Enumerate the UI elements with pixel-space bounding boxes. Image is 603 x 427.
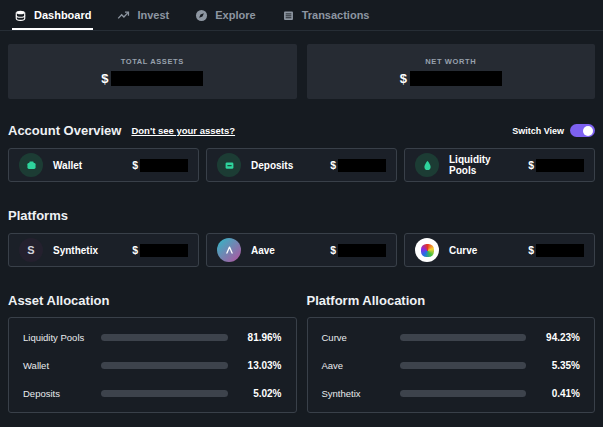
compass-icon xyxy=(195,9,208,22)
tab-label: Transactions xyxy=(302,9,370,21)
trending-up-icon xyxy=(117,9,130,22)
allocation-bar-track xyxy=(400,390,527,397)
curve-card[interactable]: Curve $ xyxy=(404,233,595,267)
allocation-percent: 13.03% xyxy=(240,360,282,371)
allocations-section: Asset Allocation Liquidity Pools 81.96% … xyxy=(8,293,595,413)
platform-allocation-card: Curve 94.23% Aave 5.35% Synthetix 0.41% xyxy=(307,317,596,413)
account-name: Deposits xyxy=(251,160,293,171)
dont-see-assets-link[interactable]: Don't see your assets? xyxy=(131,125,235,136)
curve-blob xyxy=(421,244,434,257)
tab-explore[interactable]: Explore xyxy=(195,0,255,30)
curve-logo xyxy=(415,238,439,262)
allocation-percent: 0.41% xyxy=(538,388,580,399)
main-content: TOTAL ASSETS $ NET WORTH $ Account Overv… xyxy=(0,31,603,413)
total-assets-label: TOTAL ASSETS xyxy=(121,57,184,66)
tab-label: Invest xyxy=(137,9,169,21)
tab-invest[interactable]: Invest xyxy=(117,0,169,30)
total-assets-card: TOTAL ASSETS $ xyxy=(8,44,297,99)
account-name: Liquidity Pools xyxy=(449,154,518,176)
platform-name: Synthetix xyxy=(53,245,98,256)
aave-logo xyxy=(217,238,241,262)
tab-dashboard[interactable]: Dashboard xyxy=(14,0,91,30)
allocation-row: Deposits 5.02% xyxy=(23,388,282,399)
droplet-icon xyxy=(415,153,439,177)
allocation-bar-track xyxy=(101,362,228,369)
summary-row: TOTAL ASSETS $ NET WORTH $ xyxy=(8,44,595,99)
asset-allocation-column: Asset Allocation Liquidity Pools 81.96% … xyxy=(8,293,297,413)
deposit-box-icon xyxy=(217,153,241,177)
allocation-percent: 94.23% xyxy=(538,332,580,343)
redacted-value xyxy=(140,244,188,257)
account-overview-header: Account Overview Don't see your assets? … xyxy=(8,123,595,138)
platform-name: Curve xyxy=(449,245,477,256)
switch-view-label: Switch View xyxy=(512,126,564,136)
switch-view-control: Switch View xyxy=(512,124,595,137)
deposits-card[interactable]: Deposits $ xyxy=(206,148,397,182)
total-assets-value: $ xyxy=(101,71,203,86)
platform-value: $ xyxy=(528,244,584,257)
currency-symbol: $ xyxy=(330,159,336,171)
redacted-value xyxy=(536,244,584,257)
synthetix-logo: S xyxy=(19,238,43,262)
allocation-bar-track xyxy=(400,362,527,369)
allocation-percent: 5.02% xyxy=(240,388,282,399)
currency-symbol: $ xyxy=(330,244,336,256)
platforms-title: Platforms xyxy=(8,208,595,223)
redacted-value xyxy=(338,159,386,172)
currency-symbol: $ xyxy=(132,159,138,171)
allocation-bar-track xyxy=(400,334,527,341)
redacted-value xyxy=(410,71,502,86)
allocation-label: Wallet xyxy=(23,360,89,371)
allocation-label: Synthetix xyxy=(322,388,388,399)
allocation-percent: 81.96% xyxy=(240,332,282,343)
platform-value: $ xyxy=(132,244,188,257)
allocation-bar-track xyxy=(101,334,228,341)
switch-view-toggle[interactable] xyxy=(570,124,595,137)
allocation-row: Liquidity Pools 81.96% xyxy=(23,332,282,343)
currency-symbol: $ xyxy=(400,71,407,86)
account-value: $ xyxy=(330,159,386,172)
allocation-row: Synthetix 0.41% xyxy=(322,388,581,399)
allocation-row: Curve 94.23% xyxy=(322,332,581,343)
wallet-icon xyxy=(19,153,43,177)
allocation-row: Wallet 13.03% xyxy=(23,360,282,371)
top-nav: Dashboard Invest Explore xyxy=(0,0,603,31)
redacted-value xyxy=(338,244,386,257)
platform-allocation-title: Platform Allocation xyxy=(307,293,596,308)
currency-symbol: $ xyxy=(528,159,534,171)
allocation-label: Curve xyxy=(322,332,388,343)
allocation-label: Liquidity Pools xyxy=(23,332,89,343)
account-name: Wallet xyxy=(53,160,82,171)
allocation-percent: 5.35% xyxy=(538,360,580,371)
liquidity-pools-card[interactable]: Liquidity Pools $ xyxy=(404,148,595,182)
synthetix-card[interactable]: S Synthetix $ xyxy=(8,233,199,267)
net-worth-card: NET WORTH $ xyxy=(307,44,596,99)
platform-cards-row: S Synthetix $ Aave $ Curve xyxy=(8,233,595,267)
coins-icon xyxy=(14,9,27,22)
currency-symbol: $ xyxy=(101,71,108,86)
redacted-value xyxy=(111,71,203,86)
allocation-bar-track xyxy=(101,390,228,397)
tab-transactions[interactable]: Transactions xyxy=(282,0,370,30)
redacted-value xyxy=(140,159,188,172)
platform-value: $ xyxy=(330,244,386,257)
currency-symbol: $ xyxy=(528,244,534,256)
account-overview-title: Account Overview xyxy=(8,123,121,138)
asset-allocation-card: Liquidity Pools 81.96% Wallet 13.03% Dep… xyxy=(8,317,297,413)
net-worth-label: NET WORTH xyxy=(425,57,476,66)
synthetix-letter: S xyxy=(27,244,34,256)
tab-label: Dashboard xyxy=(34,9,91,21)
allocation-label: Deposits xyxy=(23,388,89,399)
currency-symbol: $ xyxy=(132,244,138,256)
platform-allocation-column: Platform Allocation Curve 94.23% Aave 5.… xyxy=(307,293,596,413)
allocation-label: Aave xyxy=(322,360,388,371)
asset-allocation-title: Asset Allocation xyxy=(8,293,297,308)
list-icon xyxy=(282,9,295,22)
tab-label: Explore xyxy=(215,9,255,21)
redacted-value xyxy=(536,159,584,172)
account-cards-row: Wallet $ Deposits $ xyxy=(8,148,595,182)
wallet-card[interactable]: Wallet $ xyxy=(8,148,199,182)
aave-card[interactable]: Aave $ xyxy=(206,233,397,267)
allocation-row: Aave 5.35% xyxy=(322,360,581,371)
platform-name: Aave xyxy=(251,245,275,256)
